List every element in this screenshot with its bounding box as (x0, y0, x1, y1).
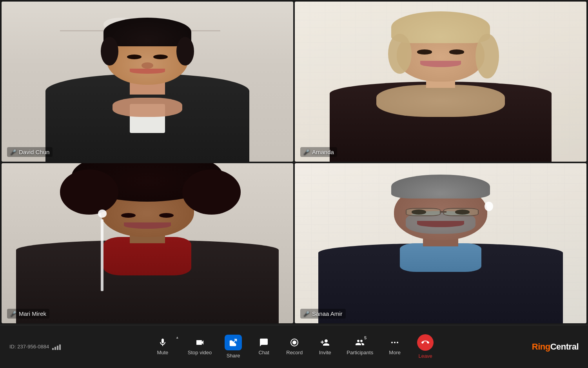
mic-active-icon: 🎤 (10, 149, 16, 155)
mute-caret-button[interactable]: ▲ (175, 335, 180, 339)
meeting-info: ID: 237-956-0884 (9, 344, 80, 350)
participant-tile-david-chun: 🎤 David Chun (2, 2, 293, 162)
share-label: Share (227, 353, 240, 359)
svg-point-4 (394, 342, 396, 343)
brand-area: RingCentral (508, 342, 579, 352)
share-button[interactable]: Share (220, 332, 247, 362)
record-button[interactable]: Record (281, 335, 308, 359)
invite-label: Invite (319, 350, 331, 355)
participants-button[interactable]: 5 Participants (342, 335, 378, 359)
invite-button[interactable]: Invite (311, 335, 339, 359)
chat-icon (259, 338, 269, 347)
mute-group: Mute ▲ (149, 335, 180, 359)
mute-label: Mute (157, 350, 168, 355)
video-grid: 🎤 David Chun (0, 0, 588, 325)
leave-button[interactable]: Leave (412, 331, 439, 362)
stop-video-button[interactable]: Stop video (183, 335, 216, 359)
more-button[interactable]: More (381, 335, 408, 359)
participant-tile-sanaa-amir: 🎤 Sanaa Amir (295, 163, 586, 323)
chat-button[interactable]: Chat (250, 335, 278, 359)
participant-tile-mari-mirek: 🎤 Mari Mirek (2, 163, 293, 323)
participant-name-mari-mirek: 🎤 Mari Mirek (7, 309, 49, 319)
meeting-toolbar: ID: 237-956-0884 Mute ▲ (0, 325, 588, 368)
mute-icon (158, 338, 167, 347)
share-icon (225, 335, 242, 350)
participant-name-sanaa-amir: 🎤 Sanaa Amir (300, 309, 346, 319)
stop-video-label: Stop video (188, 350, 212, 355)
chat-label: Chat (258, 350, 269, 355)
more-icon (390, 338, 399, 347)
record-label: Record (286, 350, 303, 355)
stop-video-icon (195, 338, 205, 347)
svg-point-5 (397, 342, 398, 343)
svg-point-2 (292, 341, 296, 344)
participant-tile-amanda: 🎤 Amanda (295, 2, 586, 162)
signal-strength (52, 344, 61, 350)
ringcentral-logo: RingCentral (532, 342, 579, 352)
invite-icon (320, 338, 330, 347)
participants-label: Participants (347, 350, 373, 355)
mic-active-icon-2: 🎤 (10, 311, 16, 317)
participant-name-david-chun: 🎤 David Chun (7, 147, 53, 157)
mic-active-icon-3: 🎤 (303, 311, 310, 317)
record-icon (290, 338, 299, 347)
meeting-id: ID: 237-956-0884 (9, 344, 49, 350)
participant-name-amanda: 🎤 Amanda (300, 147, 337, 157)
participants-count: 5 (364, 335, 367, 340)
more-label: More (389, 350, 401, 355)
leave-label: Leave (418, 353, 432, 359)
mic-muted-icon: 🎤 (303, 149, 310, 155)
toolbar-actions: Mute ▲ Stop video Share (149, 331, 439, 362)
mute-button[interactable]: Mute (149, 335, 176, 359)
participants-icon (355, 338, 365, 347)
leave-icon (417, 334, 434, 351)
svg-point-3 (391, 342, 393, 343)
